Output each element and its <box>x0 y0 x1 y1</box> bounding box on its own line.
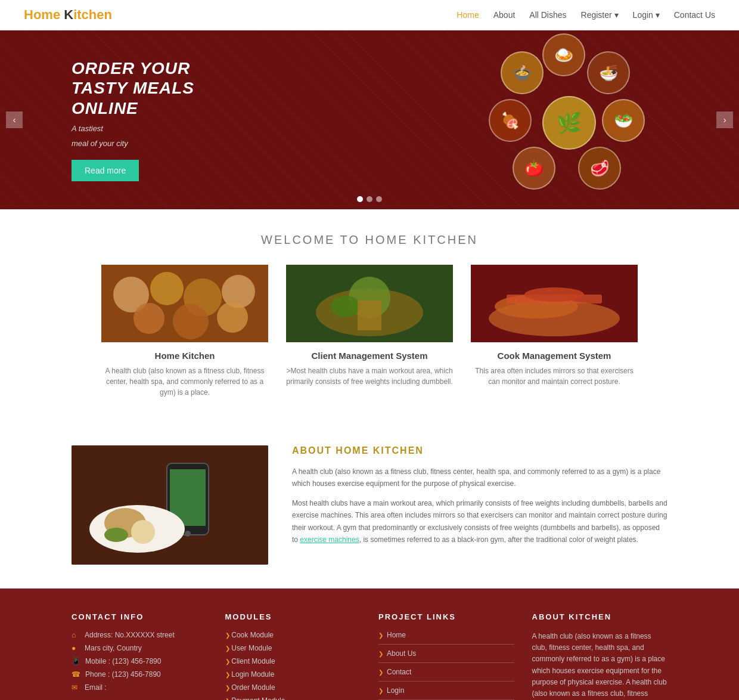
proj-login-link[interactable]: Login <box>378 686 514 700</box>
navbar: Home Kitchen Home About All Dishes Regis… <box>0 0 739 30</box>
module-login: Login Module <box>225 670 361 679</box>
nav-about[interactable]: About <box>493 10 516 20</box>
about-image <box>72 445 268 565</box>
proj-contact-link[interactable]: Contact <box>378 668 514 682</box>
nav-menu: Home About All Dishes Register ▾ Login ▾… <box>457 10 715 20</box>
footer-contact-heading: CONTACT INFO <box>72 612 207 621</box>
footer: CONTACT INFO ⌂ Address: No.XXXXXX street… <box>0 589 739 700</box>
proj-home-link[interactable]: Home <box>378 631 514 645</box>
module-order-link[interactable]: Order Module <box>231 683 275 692</box>
svg-point-6 <box>173 303 209 339</box>
plate-5: 🥗 <box>602 99 645 142</box>
chevron-right-icon: › <box>724 115 726 125</box>
footer-modules: MODULES Cook Module User Module Client M… <box>225 612 361 700</box>
hero-dot-2[interactable] <box>367 196 372 202</box>
card-title-3: Cook Management System <box>471 351 638 361</box>
logo-highlight: H <box>24 7 33 22</box>
proj-about-link[interactable]: About Us <box>378 649 514 663</box>
nav-contact[interactable]: Contact Us <box>674 10 715 20</box>
hero-dot-3[interactable] <box>376 196 382 202</box>
module-login-link[interactable]: Login Module <box>231 670 274 679</box>
module-user-link[interactable]: User Module <box>231 644 272 652</box>
module-client-link[interactable]: Client Module <box>231 657 275 665</box>
hero-section: 🍛 🍲 🍜 🌿 🍖 🥗 🍅 🥩 ORDER YOUR TASTY MEALS O… <box>0 30 739 209</box>
nav-login[interactable]: Login ▾ <box>633 10 660 20</box>
plate-2: 🍲 <box>501 51 544 94</box>
module-cook: Cook Module <box>225 631 361 639</box>
card-desc-1: A health club (also known as a fitness c… <box>101 366 268 398</box>
footer-phone: ☎ Phone : (123) 456-7890 <box>72 670 207 679</box>
email-icon: ✉ <box>72 683 80 692</box>
card-img-1 <box>101 265 268 342</box>
hero-title: ORDER YOUR TASTY MEALS ONLINE <box>72 58 250 119</box>
nav-home[interactable]: Home <box>457 10 479 20</box>
nav-all-dishes[interactable]: All Dishes <box>529 10 566 20</box>
svg-point-7 <box>217 302 248 333</box>
svg-point-2 <box>150 272 184 305</box>
about-para-2: Most health clubs have a main workout ar… <box>292 497 667 546</box>
module-order: Order Module <box>225 683 361 692</box>
module-user: User Module <box>225 644 361 652</box>
footer-about-text: A health club (also known as a fitness c… <box>532 631 668 700</box>
footer-project-links-heading: PROJECT LINKS <box>378 612 514 621</box>
card-client-management: Client Management System >Most health cl… <box>286 265 453 398</box>
hero-dots <box>357 196 382 202</box>
card-svg-3 <box>471 265 638 342</box>
footer-project-links: PROJECT LINKS Home About Us Contact Logi… <box>378 612 514 700</box>
svg-point-5 <box>133 303 164 334</box>
hero-prev-button[interactable]: ‹ <box>6 111 23 128</box>
plate-3: 🍜 <box>587 51 630 94</box>
about-text-content: ABOUT HOME KITCHEN A health club (also k… <box>292 445 667 553</box>
hero-subtitle-2: meal of your city <box>72 139 250 148</box>
svg-point-22 <box>185 531 191 537</box>
svg-point-11 <box>331 296 361 317</box>
card-img-3 <box>471 265 638 342</box>
svg-point-26 <box>104 528 128 542</box>
card-desc-2: >Most health clubs have a main workout a… <box>286 366 453 387</box>
welcome-heading: WELCOME TO HOME KITCHEN <box>72 233 667 247</box>
feature-cards: Home Kitchen A health club (also known a… <box>72 265 667 398</box>
location-icon: ● <box>72 644 80 652</box>
footer-about-heading: ABOUT KITCHEN <box>532 612 668 621</box>
logo-kitchen: itchen <box>73 7 112 22</box>
card-cook-management: Cook Management System This area often i… <box>471 265 638 398</box>
welcome-section: WELCOME TO HOME KITCHEN Home Kitchen A h… <box>0 209 739 422</box>
logo-text: ome <box>33 7 64 22</box>
card-svg-1 <box>101 265 268 342</box>
footer-contact: CONTACT INFO ⌂ Address: No.XXXXXX street… <box>72 612 207 700</box>
card-title-1: Home Kitchen <box>101 351 268 361</box>
module-client: Client Module <box>225 657 361 665</box>
about-exercise-link[interactable]: exercise machines <box>300 535 359 544</box>
card-svg-2 <box>286 265 453 342</box>
svg-point-17 <box>524 287 584 302</box>
footer-grid: CONTACT INFO ⌂ Address: No.XXXXXX street… <box>72 612 667 700</box>
mobile-icon: 📱 <box>72 657 80 665</box>
hero-read-more-button[interactable]: Read more <box>72 160 139 181</box>
food-plates-decoration: 🍛 🍲 🍜 🌿 🍖 🥗 🍅 🥩 <box>477 33 662 194</box>
plate-6: 🍅 <box>513 147 555 190</box>
home-icon: ⌂ <box>72 631 80 639</box>
module-payment-link[interactable]: Payment Module <box>231 696 285 700</box>
site-logo[interactable]: Home Kitchen <box>24 7 112 23</box>
footer-city: ● Mars city, Country <box>72 644 207 652</box>
footer-address: ⌂ Address: No.XXXXXX street <box>72 631 207 639</box>
hero-subtitle-1: A tastiest <box>72 124 250 133</box>
chevron-left-icon: ‹ <box>13 115 16 125</box>
footer-mobile: 📱 Mobile : (123) 456-7890 <box>72 657 207 665</box>
module-cook-link[interactable]: Cook Module <box>231 631 274 639</box>
card-title-2: Client Management System <box>286 351 453 361</box>
about-svg <box>72 445 268 565</box>
plate-center: 🌿 <box>542 96 596 150</box>
hero-dot-1[interactable] <box>357 196 363 202</box>
footer-email: ✉ Email : <box>72 683 207 692</box>
module-payment: Payment Module <box>225 696 361 700</box>
svg-rect-12 <box>358 301 381 330</box>
nav-register[interactable]: Register ▾ <box>581 10 619 20</box>
card-desc-3: This area often includes mirrors so that… <box>471 366 638 387</box>
hero-next-button[interactable]: › <box>716 111 733 128</box>
card-img-2 <box>286 265 453 342</box>
modules-list: Cook Module User Module Client Module Lo… <box>225 631 361 700</box>
logo-k: K <box>64 7 73 22</box>
footer-about-kitchen: ABOUT KITCHEN A health club (also known … <box>532 612 668 700</box>
about-heading: ABOUT HOME KITCHEN <box>292 445 667 456</box>
